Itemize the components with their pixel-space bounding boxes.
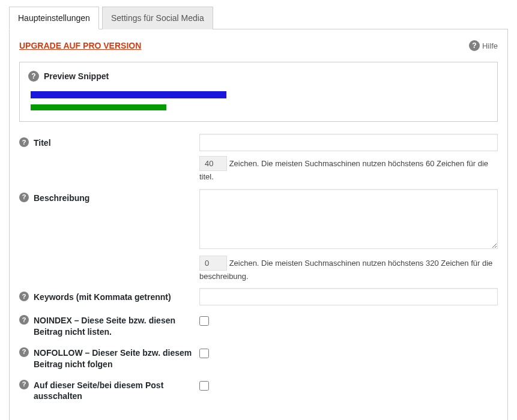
help-label: Hilfe	[482, 41, 498, 50]
row-title: ? Titel 40 Zeichen. Die meisten Suchmasc…	[19, 134, 498, 183]
help-icon: ?	[19, 193, 29, 202]
help-icon: ?	[19, 315, 29, 325]
preview-url-bar	[31, 104, 166, 110]
row-description: ? Beschreibung 0 Zeichen. Die meisten Su…	[19, 189, 498, 283]
label-disable-text: Auf dieser Seite/bei diesem Post ausscha…	[34, 380, 193, 403]
row-nofollow: ? NOFOLLOW – Dieser Seite bzw. diesem Be…	[19, 344, 498, 370]
label-description-text: Beschreibung	[34, 193, 89, 204]
label-nofollow-text: NOFOLLOW – Dieser Seite bzw. diesem Beit…	[34, 347, 193, 370]
label-noindex: ? NOINDEX – Diese Seite bzw. diesen Beit…	[19, 311, 199, 338]
title-hint: Zeichen. Die meisten Suchmaschinen nutze…	[199, 159, 488, 181]
label-noindex-text: NOINDEX – Diese Seite bzw. diesen Beitra…	[34, 315, 193, 338]
keywords-input[interactable]	[199, 288, 498, 305]
nofollow-checkbox[interactable]	[199, 349, 209, 358]
preview-heading: ? Preview Snippet	[28, 71, 489, 82]
tab-main-settings[interactable]: Haupteinstellungen	[9, 7, 99, 29]
preview-snippet-box: ? Preview Snippet	[19, 62, 498, 122]
help-link[interactable]: ? Hilfe	[469, 40, 498, 51]
upgrade-link[interactable]: UPGRADE AUF PRO VERSION	[19, 41, 141, 50]
tabs: Haupteinstellungen Settings für Social M…	[9, 6, 508, 29]
help-icon: ?	[469, 40, 480, 51]
tab-social-settings[interactable]: Settings für Social Media	[102, 7, 213, 29]
label-title-text: Titel	[34, 137, 51, 149]
label-title: ? Titel	[19, 134, 199, 149]
title-char-count: 40	[199, 156, 227, 171]
label-nofollow: ? NOFOLLOW – Dieser Seite bzw. diesem Be…	[19, 344, 199, 370]
label-description: ? Beschreibung	[19, 189, 199, 204]
description-hint: Zeichen. Die meisten Suchmaschinen nutze…	[199, 259, 492, 281]
description-char-count: 0	[199, 256, 227, 271]
help-icon: ?	[19, 380, 29, 389]
help-icon: ?	[19, 137, 29, 147]
label-keywords: ? Keywords (mit Kommata getrennt)	[19, 288, 199, 303]
label-disable: ? Auf dieser Seite/bei diesem Post aussc…	[19, 376, 199, 403]
row-noindex: ? NOINDEX – Diese Seite bzw. diesen Beit…	[19, 311, 498, 338]
row-disable: ? Auf dieser Seite/bei diesem Post aussc…	[19, 376, 498, 403]
help-icon: ?	[19, 292, 29, 301]
panel-top-row: UPGRADE AUF PRO VERSION ? Hilfe	[19, 40, 498, 51]
description-textarea[interactable]	[199, 189, 498, 249]
settings-panel: UPGRADE AUF PRO VERSION ? Hilfe ? Previe…	[9, 29, 508, 420]
preview-title-bar	[31, 91, 226, 98]
title-input[interactable]	[199, 134, 498, 151]
preview-heading-label: Preview Snippet	[44, 71, 109, 81]
label-keywords-text: Keywords (mit Kommata getrennt)	[34, 292, 171, 303]
help-icon: ?	[28, 71, 39, 82]
help-icon: ?	[19, 347, 29, 357]
disable-checkbox[interactable]	[199, 381, 209, 391]
row-keywords: ? Keywords (mit Kommata getrennt)	[19, 288, 498, 305]
noindex-checkbox[interactable]	[199, 316, 209, 326]
